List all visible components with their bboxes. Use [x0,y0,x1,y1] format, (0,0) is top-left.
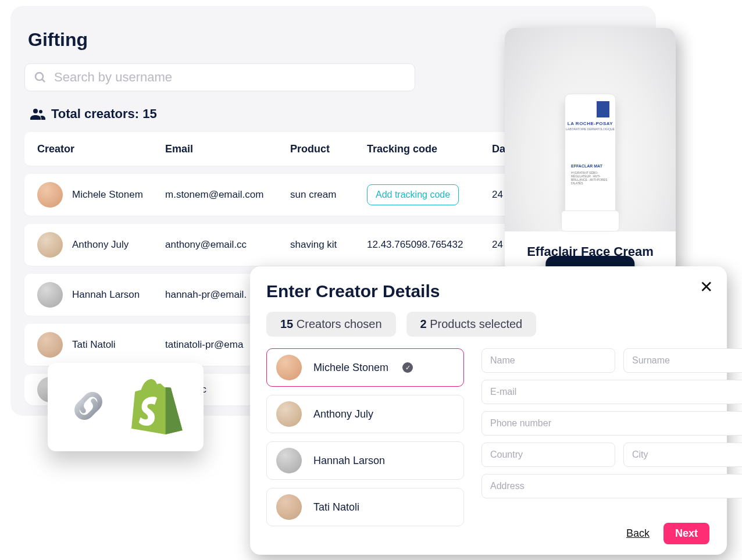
creator-email: anthony@email.cc [165,239,290,251]
email-field[interactable] [481,380,742,404]
add-tracking-button[interactable]: Add tracking code [367,184,459,205]
modal-title: Enter Creator Details [266,281,711,301]
tracking-code: 12.43.765098.765432 [367,239,492,251]
creator-item[interactable]: Hannah Larson [266,441,464,480]
surname-field[interactable] [623,348,742,373]
avatar [276,494,302,520]
city-field[interactable] [623,443,742,467]
product-variant: EFFACLAR MAT [571,164,609,169]
creator-email: m.stonem@email.com [165,189,290,201]
phone-field[interactable] [481,411,742,436]
creator-item-name: Michele Stonem [313,362,388,374]
creator-name: Tati Natoli [72,339,116,351]
creator-item-name: Hannah Larson [313,455,385,467]
chip-creators: 15 Creators chosen [266,312,396,337]
creator-item[interactable]: Anthony July [266,395,464,433]
total-creators-label: Total creators: 15 [51,106,157,122]
product-card: LA ROCHE-POSAY LABORATOIRE DERMATOLOGIQU… [505,28,676,274]
avatar [276,448,302,473]
product-brand: LA ROCHE-POSAY [565,121,615,126]
next-button[interactable]: Next [663,523,709,544]
avatar [37,332,63,358]
search-input[interactable] [54,70,406,85]
avatar [37,282,63,308]
country-field[interactable] [481,443,615,467]
shopify-icon[interactable] [131,377,183,437]
avatar [37,232,63,258]
svg-line-1 [42,79,45,82]
creator-name: Anthony July [72,239,129,251]
product-image: LA ROCHE-POSAY LABORATOIRE DERMATOLOGIQU… [505,28,676,231]
check-icon: ✓ [402,362,413,373]
creator-details-modal: ✕ Enter Creator Details 15 Creators chos… [250,266,727,555]
address-field[interactable] [481,474,742,498]
svg-point-3 [39,110,42,113]
creator-product: shaving kit [290,239,367,251]
svg-point-0 [35,73,43,80]
avatar [37,182,63,208]
creator-name: Hannah Larson [72,289,140,301]
close-icon[interactable]: ✕ [700,279,713,295]
th-tracking: Tracking code [367,143,492,155]
svg-point-2 [33,109,38,113]
product-desc: HYDRATANT SÉBO-RÉGULATEUR · ANTI-BRILLAN… [571,171,609,185]
back-button[interactable]: Back [626,527,650,540]
th-creator: Creator [37,143,165,155]
product-brand-sub: LABORATOIRE DERMATOLOGIQUE [565,127,615,131]
creator-list: Michele Stonem ✓ Anthony July Hannah Lar… [266,348,464,526]
search-field[interactable] [24,63,415,91]
users-icon [30,108,45,120]
creator-form [481,348,742,526]
chip-products: 2 Products selected [406,312,537,337]
th-email: Email [165,143,290,155]
link-icon[interactable] [69,386,108,428]
th-product: Product [290,143,367,155]
creator-item[interactable]: Michele Stonem ✓ [266,348,464,387]
creator-name: Michele Stonem [72,189,143,201]
creator-item-name: Tati Natoli [313,501,359,513]
name-field[interactable] [481,348,615,373]
creator-item-name: Anthony July [313,408,373,420]
creator-item[interactable]: Tati Natoli [266,488,464,526]
search-icon [33,70,47,84]
avatar [276,355,302,380]
avatar [276,401,302,427]
creator-product: sun cream [290,189,367,201]
integrations-card [48,363,204,451]
